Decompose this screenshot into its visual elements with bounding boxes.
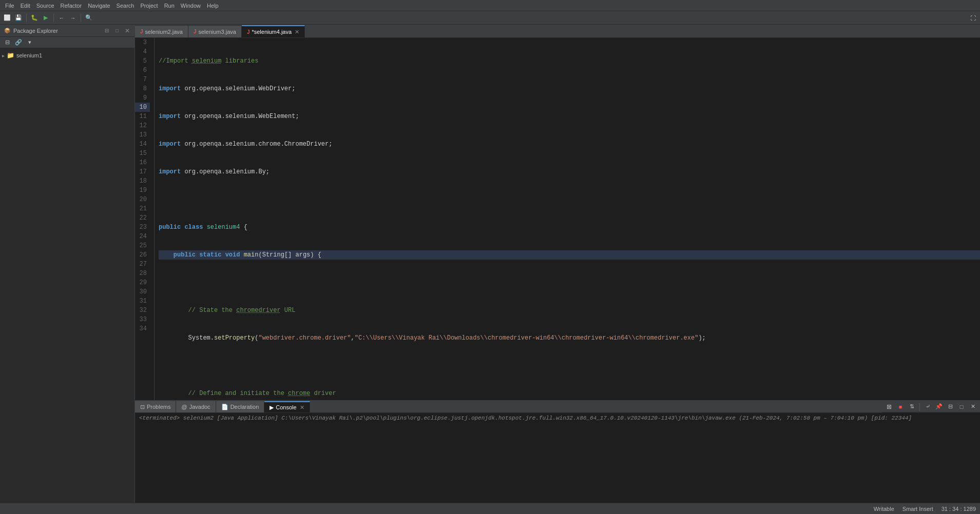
tab-label-problems: Problems [147, 404, 170, 410]
ln-12: 12 [135, 121, 150, 130]
tab-selenium4[interactable]: J *selenium4.java ✕ [242, 25, 305, 37]
panel-icon-pkg: 📦 [3, 27, 11, 35]
view-menu-btn[interactable]: ▾ [25, 37, 35, 48]
tree-item-selenium1[interactable]: ▸ 📁 selenium1 [0, 50, 134, 61]
java-icon-2: J [194, 29, 197, 34]
tree-label-selenium1: selenium1 [16, 52, 42, 58]
tab-selenium2[interactable]: J selenium2.java [135, 25, 188, 37]
ln-29: 29 [135, 278, 150, 287]
console-maximize-btn[interactable]: □ [956, 402, 967, 412]
bottom-tab-bar: ⊡ Problems @ Javadoc 📄 Declaration ▶ Con… [135, 401, 980, 413]
menu-run[interactable]: Run [161, 0, 178, 11]
problems-icon: ⊡ [140, 404, 145, 410]
menu-search[interactable]: Search [113, 0, 138, 11]
code-line-9: public class selenium4 { [159, 223, 980, 232]
package-icon: 📁 [7, 52, 14, 59]
bottom-panel: ⊡ Problems @ Javadoc 📄 Declaration ▶ Con… [135, 400, 980, 503]
menu-help[interactable]: Help [204, 0, 222, 11]
code-line-11 [159, 278, 980, 287]
menu-refactor[interactable]: Refactor [57, 0, 85, 11]
tab-close-selenium4[interactable]: ✕ [295, 29, 299, 35]
collapse-all-btn[interactable]: ⊟ [2, 37, 12, 48]
menu-navigate[interactable]: Navigate [85, 0, 113, 11]
java-icon-1: J [140, 29, 143, 34]
code-line-5: import org.openqa.selenium.WebElement; [159, 112, 980, 121]
ln-27: 27 [135, 260, 150, 269]
menu-bar: File Edit Source Refactor Navigate Searc… [0, 0, 980, 11]
console-close-btn[interactable]: ✕ [300, 404, 304, 411]
code-line-6: import org.openqa.selenium.chrome.Chrome… [159, 140, 980, 149]
panel-close-btn[interactable]: ✕ [123, 27, 131, 35]
tab-javadoc[interactable]: @ Javadoc [176, 401, 216, 412]
code-line-10: public static void main(String[] args) { [159, 250, 980, 260]
menu-source[interactable]: Source [33, 0, 57, 11]
ln-11: 11 [135, 112, 150, 121]
javadoc-icon: @ [181, 404, 187, 410]
code-area: 3 4 5 6 7 8 9 10 11 12 13 14 15 16 17 18 [135, 38, 980, 400]
console-stop-btn[interactable]: ■ [895, 402, 906, 412]
java-icon-3: J [247, 29, 250, 35]
ln-9: 9 [135, 93, 150, 103]
toolbar-run-btn[interactable]: ▶ [41, 13, 51, 23]
console-minimize-btn[interactable]: ⊟ [945, 402, 955, 412]
ln-23: 23 [135, 223, 150, 232]
ln-8: 8 [135, 84, 150, 93]
declaration-icon: 📄 [221, 404, 228, 410]
main-toolbar: ⬜ 💾 🐛 ▶ ← → 🔍 ⛶ [0, 11, 980, 25]
ln-34: 34 [135, 324, 150, 333]
console-sep [919, 403, 920, 411]
tab-label-selenium2: selenium2.java [145, 29, 183, 35]
link-with-editor-btn[interactable]: 🔗 [13, 37, 24, 48]
console-close-icon-btn[interactable]: ✕ [968, 402, 978, 412]
tab-selenium3[interactable]: J selenium3.java [188, 25, 242, 37]
toolbar-debug-btn[interactable]: 🐛 [29, 13, 40, 23]
left-panel: 📦 Package Explorer ⊟ □ ✕ ⊟ 🔗 ▾ ▸ 📁 selen… [0, 25, 135, 503]
toolbar-sep-1 [26, 14, 27, 22]
editor-panel: J selenium2.java J selenium3.java J *sel… [135, 25, 980, 503]
console-scroll-lock-btn[interactable]: ⇅ [907, 402, 917, 412]
ln-17: 17 [135, 167, 150, 176]
status-bar: Writable Smart Insert 31 : 34 : 1289 [0, 503, 980, 514]
ln-25: 25 [135, 241, 150, 250]
toolbar-maximize-btn[interactable]: ⛶ [968, 13, 978, 23]
menu-window[interactable]: Window [178, 0, 204, 11]
ln-7: 7 [135, 75, 150, 84]
status-position: 31 : 34 : 1289 [941, 506, 976, 512]
line-numbers: 3 4 5 6 7 8 9 10 11 12 13 14 15 16 17 18 [135, 38, 155, 400]
menu-file[interactable]: File [2, 0, 17, 11]
toolbar-save-btn[interactable]: 💾 [13, 13, 24, 23]
panel-maximize-btn[interactable]: □ [113, 27, 121, 35]
tree-arrow-selenium1: ▸ [2, 53, 5, 58]
ln-6: 6 [135, 66, 150, 75]
toolbar-back-btn[interactable]: ← [56, 13, 67, 23]
ln-4: 4 [135, 47, 150, 56]
code-line-7: import org.openqa.selenium.By; [159, 167, 980, 176]
tab-label-console: Console [276, 404, 296, 410]
editor-content[interactable]: 3 4 5 6 7 8 9 10 11 12 13 14 15 16 17 18 [135, 38, 980, 400]
toolbar-new-btn[interactable]: ⬜ [2, 13, 12, 23]
menu-project[interactable]: Project [137, 0, 161, 11]
code-line-13: System.setProperty("webdriver.chrome.dri… [159, 333, 980, 343]
tab-problems[interactable]: ⊡ Problems [135, 401, 176, 412]
toolbar-forward-btn[interactable]: → [68, 13, 78, 23]
ln-16: 16 [135, 158, 150, 167]
ln-28: 28 [135, 269, 150, 278]
console-clear-btn[interactable]: ⊠ [884, 402, 894, 412]
ln-21: 21 [135, 204, 150, 213]
panel-minimize-btn[interactable]: ⊟ [103, 27, 111, 35]
toolbar-sep-3 [81, 14, 81, 22]
tab-label-selenium4: *selenium4.java [252, 29, 292, 35]
main-layout: 📦 Package Explorer ⊟ □ ✕ ⊟ 🔗 ▾ ▸ 📁 selen… [0, 25, 980, 503]
toolbar-search-btn[interactable]: 🔍 [84, 13, 94, 23]
code-line-4: import org.openqa.selenium.WebDriver; [159, 84, 980, 93]
console-pin-btn[interactable]: 📌 [934, 402, 944, 412]
console-word-wrap-btn[interactable]: ⤶ [923, 402, 933, 412]
tree-view: ▸ 📁 selenium1 [0, 48, 134, 503]
package-explorer-title: Package Explorer [13, 28, 101, 34]
code-content[interactable]: //Import selenium libraries import org.o… [155, 38, 980, 400]
code-line-15: // Define and initiate the chrome driver [159, 389, 980, 398]
menu-edit[interactable]: Edit [17, 0, 33, 11]
tab-declaration[interactable]: 📄 Declaration [216, 401, 265, 412]
tab-console[interactable]: ▶ Console ✕ [264, 401, 310, 412]
ln-33: 33 [135, 315, 150, 324]
